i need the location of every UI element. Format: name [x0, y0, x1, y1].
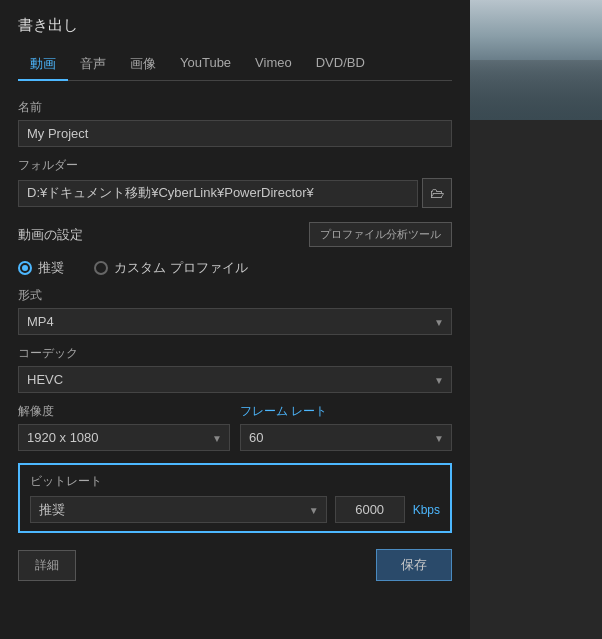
resolution-framerate-row: 解像度 1920 x 1080 フレーム レート 60	[18, 403, 452, 451]
tab-dvdbd[interactable]: DVD/BD	[304, 49, 377, 80]
framerate-select-wrapper: 60	[240, 424, 452, 451]
radio-custom-label: カスタム プロファイル	[114, 259, 248, 277]
folder-icon: 🗁	[430, 185, 444, 201]
format-select[interactable]: MP4	[18, 308, 452, 335]
resolution-group: 解像度 1920 x 1080	[18, 403, 230, 451]
codec-select[interactable]: HEVC	[18, 366, 452, 393]
radio-recommended-option[interactable]: 推奨	[18, 259, 64, 277]
radio-custom-option[interactable]: カスタム プロファイル	[94, 259, 248, 277]
bitrate-row: 推奨 Kbps	[30, 496, 440, 523]
folder-group: フォルダー 🗁	[18, 157, 452, 208]
side-panel	[470, 0, 602, 639]
tab-image[interactable]: 画像	[118, 49, 168, 80]
format-label: 形式	[18, 287, 452, 304]
tab-vimeo[interactable]: Vimeo	[243, 49, 304, 80]
bottom-row: 詳細 保存	[18, 549, 452, 581]
folder-browse-button[interactable]: 🗁	[422, 178, 452, 208]
bitrate-section: ビットレート 推奨 Kbps	[18, 463, 452, 533]
resolution-select-wrapper: 1920 x 1080	[18, 424, 230, 451]
framerate-group: フレーム レート 60	[240, 403, 452, 451]
radio-custom-circle	[94, 261, 108, 275]
radio-recommended-label: 推奨	[38, 259, 64, 277]
bitrate-value-input[interactable]	[335, 496, 405, 523]
tab-audio[interactable]: 音声	[68, 49, 118, 80]
resolution-label: 解像度	[18, 403, 230, 420]
folder-row: 🗁	[18, 178, 452, 208]
video-settings-title: 動画の設定	[18, 226, 83, 244]
format-select-wrapper: MP4	[18, 308, 452, 335]
detail-button[interactable]: 詳細	[18, 550, 76, 581]
name-input[interactable]	[18, 120, 452, 147]
codec-select-wrapper: HEVC	[18, 366, 452, 393]
page-title: 書き出し	[18, 16, 452, 35]
video-settings-header: 動画の設定 プロファイル分析ツール	[18, 222, 452, 247]
bitrate-label: ビットレート	[30, 473, 440, 490]
radio-row: 推奨 カスタム プロファイル	[18, 259, 452, 277]
codec-label: コーデック	[18, 345, 452, 362]
framerate-select[interactable]: 60	[240, 424, 452, 451]
resolution-select[interactable]: 1920 x 1080	[18, 424, 230, 451]
preview-image	[470, 0, 602, 120]
folder-label: フォルダー	[18, 157, 452, 174]
main-panel: 書き出し 動画 音声 画像 YouTube Vimeo DVD/BD 名前 フォ…	[0, 0, 470, 639]
format-group: 形式 MP4	[18, 287, 452, 335]
framerate-label: フレーム レート	[240, 403, 452, 420]
tab-bar: 動画 音声 画像 YouTube Vimeo DVD/BD	[18, 49, 452, 81]
tab-youtube[interactable]: YouTube	[168, 49, 243, 80]
folder-input[interactable]	[18, 180, 418, 207]
bitrate-select[interactable]: 推奨	[30, 496, 327, 523]
name-label: 名前	[18, 99, 452, 116]
codec-group: コーデック HEVC	[18, 345, 452, 393]
save-button[interactable]: 保存	[376, 549, 452, 581]
profile-analysis-button[interactable]: プロファイル分析ツール	[309, 222, 452, 247]
radio-recommended-circle	[18, 261, 32, 275]
bitrate-select-wrapper: 推奨	[30, 496, 327, 523]
tab-video[interactable]: 動画	[18, 49, 68, 81]
name-group: 名前	[18, 99, 452, 147]
bitrate-unit: Kbps	[413, 503, 440, 517]
